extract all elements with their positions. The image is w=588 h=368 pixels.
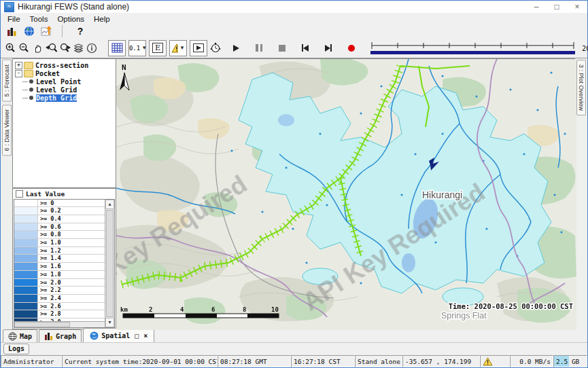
close-button[interactable]: × <box>567 1 587 12</box>
time-control-button[interactable] <box>209 41 222 56</box>
scroll-thumb[interactable] <box>106 210 114 317</box>
tree-item-cross-section[interactable]: +Cross-section <box>13 61 116 69</box>
zoom-previous-button[interactable] <box>44 41 58 56</box>
legend-body: >= 0>= 0.2>= 0.4>= 0.6>= 0.8>= 1.0>= 1.2… <box>14 199 115 328</box>
last-value-checkbox[interactable] <box>16 190 23 198</box>
tab-close-icon[interactable]: × <box>143 332 148 339</box>
expander-icon[interactable]: - <box>15 70 22 77</box>
tree-item-label: Depth Grid <box>36 94 77 102</box>
status-network-speed: 0.0 MB/s <box>510 355 553 367</box>
tree-item-label: Level Point <box>36 78 81 86</box>
zoom-out-button[interactable] <box>17 41 31 56</box>
tab-map[interactable]: Map <box>3 329 37 342</box>
last-value-label: Last Value <box>26 190 65 198</box>
explorer-button[interactable] <box>5 24 18 39</box>
tree-item-level-point[interactable]: Level Point <box>13 77 116 86</box>
record-button[interactable] <box>345 41 358 56</box>
hand-icon <box>32 42 44 54</box>
record-icon <box>348 45 355 52</box>
zoom-next-button[interactable] <box>58 41 71 56</box>
help-button[interactable]: ? <box>71 24 90 39</box>
layer-tree: +Cross-section-PocketLevel PointLevel Gr… <box>13 59 116 188</box>
legend-label: >= 1.4 <box>38 255 105 262</box>
legend-header: Last Value <box>13 189 116 199</box>
legend-row[interactable]: >= 2.0 <box>14 279 105 287</box>
play-button[interactable] <box>229 41 243 56</box>
legend-row[interactable]: >= 0.6 <box>14 223 105 232</box>
animation-button[interactable] <box>190 40 207 56</box>
legend-vscrollbar[interactable]: ▲ ▼ <box>105 200 114 327</box>
info-button[interactable] <box>85 41 99 56</box>
pan-button[interactable] <box>31 41 44 56</box>
menu-options[interactable]: Options <box>52 15 89 23</box>
legend-row[interactable]: >= 1.2 <box>14 247 105 255</box>
map-svg: API Key Required API Key Required N Hiku… <box>116 59 576 330</box>
tree-item-depth-grid[interactable]: Depth Grid <box>13 94 116 102</box>
minimize-button[interactable]: – <box>526 1 547 12</box>
legend-row[interactable]: >= 2.6 <box>14 303 105 311</box>
thresholds-dropdown[interactable]: ▼ <box>169 40 187 56</box>
menu-help[interactable]: Help <box>89 15 115 23</box>
legend-row[interactable]: >= 1.4 <box>14 255 105 263</box>
grid-display-button[interactable] <box>108 40 126 56</box>
tab-data-viewer[interactable]: 6 : Data Viewer <box>2 105 12 155</box>
legend-hscrollbar[interactable] <box>14 321 105 327</box>
legend-row[interactable]: >= 2.2 <box>14 287 105 295</box>
maximize-button[interactable]: □ <box>547 1 567 12</box>
zoom-in-button[interactable] <box>3 41 17 56</box>
tab-spatial[interactable]: Spatial □ × <box>83 328 154 342</box>
tab-graph-label: Graph <box>56 333 76 340</box>
time-slider[interactable] <box>369 40 576 56</box>
contour-value: 0.1 <box>129 45 140 52</box>
status-bar: AdministratorCurrent system time:2020-09… <box>1 355 587 367</box>
legend-row[interactable]: >= 0.4 <box>14 215 105 223</box>
step-forward-button[interactable] <box>322 41 335 56</box>
stop-button[interactable] <box>275 41 289 56</box>
legend-swatch <box>14 303 38 310</box>
status-warning <box>480 355 510 367</box>
legend-row[interactable]: >= 0 <box>14 200 105 208</box>
spatial-display-button[interactable] <box>22 24 36 39</box>
status-coordinates: -35.657 , 174.199 <box>402 355 480 367</box>
pause-button[interactable] <box>252 41 266 56</box>
menu-file[interactable]: File <box>3 15 25 23</box>
legend-row[interactable]: >= 1.6 <box>14 263 105 271</box>
label-tool-button[interactable]: E <box>149 40 167 56</box>
window-title: Hikurangi FEWS (Stand alone) <box>18 2 129 12</box>
title-bar: ≈ Hikurangi FEWS (Stand alone) – □ × <box>1 1 587 13</box>
legend-row[interactable]: >= 0.8 <box>14 231 105 239</box>
legend-swatch <box>14 287 38 294</box>
expander-icon[interactable]: + <box>15 62 22 69</box>
scroll-down-icon[interactable]: ▼ <box>105 318 114 327</box>
tab-maximize-icon[interactable]: □ <box>135 332 139 339</box>
layers-panel: +Cross-section-PocketLevel PointLevel Gr… <box>12 58 116 329</box>
tab-plot-overview[interactable]: 3 : Plot Overview <box>576 60 586 115</box>
legend-row[interactable]: >= 2.8 <box>14 310 105 318</box>
map-view[interactable]: API Key Required API Key Required N Hiku… <box>116 58 575 329</box>
tree-item-pocket[interactable]: -Pocket <box>13 69 116 77</box>
legend-label: >= 1.2 <box>38 247 105 255</box>
legend-label: >= 1.0 <box>38 239 105 246</box>
legend-swatch <box>14 263 38 270</box>
layers-button[interactable] <box>71 41 85 56</box>
legend-swatch <box>14 310 38 318</box>
menu-tools[interactable]: Tools <box>25 15 53 23</box>
tree-item-level-grid[interactable]: Level Grid <box>13 86 116 94</box>
scroll-up-icon[interactable]: ▲ <box>105 200 114 209</box>
display-tabs: Map Graph Spatial □ × <box>1 329 587 342</box>
step-back-button[interactable] <box>298 41 312 56</box>
tab-graph[interactable]: Graph <box>39 329 82 342</box>
legend-row[interactable]: >= 2.4 <box>14 295 105 303</box>
legend-label: >= 2.4 <box>38 295 105 302</box>
logs-tab[interactable]: Logs <box>3 344 29 354</box>
legend-row[interactable]: >= 1.8 <box>14 271 105 279</box>
timer-icon <box>209 42 222 54</box>
blue-globe-icon <box>90 331 99 340</box>
contour-dropdown[interactable]: 0.1 ▼ <box>128 40 146 56</box>
tab-forecast[interactable]: 5 : Forecast <box>2 60 12 102</box>
legend-row[interactable]: >= 1.0 <box>14 239 105 247</box>
timeseries-button[interactable] <box>40 24 54 39</box>
label-tool-icon: E <box>152 43 163 53</box>
legend-row[interactable]: >= 0.2 <box>14 207 105 215</box>
map-label-springs-flat: Springs Flat <box>441 311 487 320</box>
